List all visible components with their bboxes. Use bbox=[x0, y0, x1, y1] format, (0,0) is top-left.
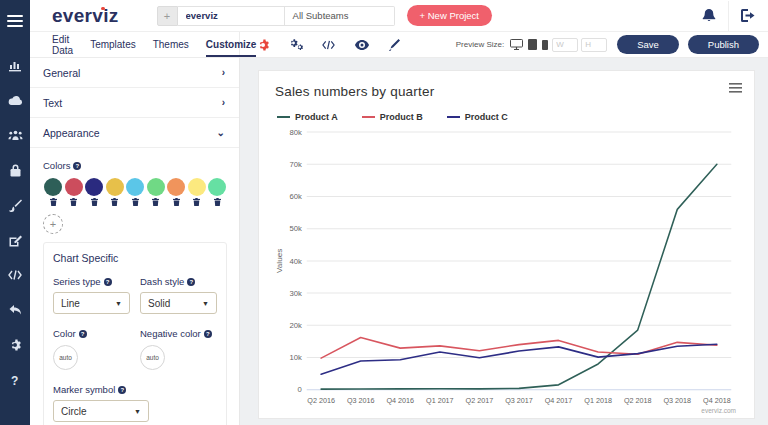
chart-settings-gear-icon[interactable] bbox=[246, 32, 279, 57]
chevron-right-icon: › bbox=[222, 67, 225, 78]
custom-code-icon[interactable] bbox=[312, 32, 345, 57]
legend-line-swatch bbox=[447, 116, 460, 118]
color-swatch[interactable] bbox=[207, 178, 228, 206]
edit-icon[interactable] bbox=[0, 227, 30, 253]
tablet-icon[interactable] bbox=[527, 39, 538, 50]
color-swatch[interactable] bbox=[187, 178, 208, 206]
help-icon[interactable]: ? bbox=[79, 330, 87, 338]
bell-icon[interactable] bbox=[690, 8, 728, 23]
legend-label: Product C bbox=[465, 112, 508, 122]
color-swatch[interactable] bbox=[125, 178, 146, 206]
negative-color-label: Negative color bbox=[140, 328, 201, 339]
legend-line-swatch bbox=[277, 116, 290, 118]
help-icon[interactable]: ? bbox=[73, 162, 81, 170]
legend-item[interactable]: Product B bbox=[362, 112, 423, 122]
dash-style-label: Dash style bbox=[140, 276, 184, 287]
code-icon[interactable] bbox=[0, 262, 30, 288]
sign-out-icon[interactable] bbox=[729, 9, 768, 22]
tab-templates[interactable]: Templates bbox=[90, 32, 136, 57]
color-swatch-circle[interactable] bbox=[208, 178, 226, 196]
color-swatch-circle[interactable] bbox=[126, 178, 144, 196]
chart-title: Sales numbers by quarter bbox=[275, 84, 738, 99]
marker-symbol-select[interactable]: Circle▼ bbox=[53, 400, 149, 422]
color-swatch[interactable] bbox=[166, 178, 187, 206]
new-project-button[interactable]: + New Project bbox=[407, 5, 492, 26]
legend-item[interactable]: Product A bbox=[277, 112, 338, 122]
help-icon[interactable]: ? bbox=[0, 367, 30, 393]
annotate-pen-icon[interactable] bbox=[378, 32, 411, 57]
trash-icon[interactable] bbox=[50, 198, 57, 206]
color-swatch[interactable] bbox=[105, 178, 126, 206]
series-type-select[interactable]: Line▼ bbox=[53, 292, 130, 314]
team-icon[interactable] bbox=[0, 122, 30, 148]
svg-text:80k: 80k bbox=[290, 128, 302, 137]
chevron-down-icon: ⌄ bbox=[217, 127, 225, 138]
publish-button[interactable]: Publish bbox=[688, 35, 759, 54]
color-swatch-circle[interactable] bbox=[167, 178, 185, 196]
save-button[interactable]: Save bbox=[617, 35, 679, 54]
color-swatch[interactable] bbox=[84, 178, 105, 206]
phone-icon[interactable] bbox=[541, 40, 549, 50]
section-text[interactable]: Text › bbox=[30, 88, 239, 118]
color-swatch-circle[interactable] bbox=[147, 178, 165, 196]
section-appearance[interactable]: Appearance ⌄ bbox=[30, 118, 239, 148]
chart-watermark: everviz.com bbox=[701, 407, 736, 414]
settings-icon[interactable] bbox=[0, 332, 30, 358]
editor-tabs: Edit Data Templates Themes Customize bbox=[30, 32, 240, 57]
menu-icon[interactable] bbox=[0, 8, 30, 34]
chart-plot[interactable]: 010k20k30k40k50k60k70k80kQ2 2016Q3 2016Q… bbox=[275, 124, 738, 414]
color-swatch[interactable] bbox=[43, 178, 64, 206]
help-icon[interactable]: ? bbox=[118, 386, 126, 394]
section-general[interactable]: General › bbox=[30, 58, 239, 88]
trash-icon[interactable] bbox=[70, 198, 77, 206]
preview-eye-icon[interactable] bbox=[345, 32, 378, 57]
help-icon[interactable]: ? bbox=[204, 330, 212, 338]
desktop-icon[interactable] bbox=[509, 39, 524, 50]
trash-icon[interactable] bbox=[214, 198, 221, 206]
trash-icon[interactable] bbox=[193, 198, 200, 206]
paintbrush-icon[interactable] bbox=[0, 192, 30, 218]
project-name-input[interactable] bbox=[178, 6, 285, 26]
tab-edit-data[interactable]: Edit Data bbox=[52, 32, 73, 57]
marker-symbol-label: Marker symbol bbox=[53, 384, 115, 395]
lock-icon[interactable] bbox=[0, 157, 30, 183]
color-auto-button[interactable]: auto bbox=[53, 345, 78, 370]
trash-icon[interactable] bbox=[152, 198, 159, 206]
subteam-select[interactable]: All Subteams bbox=[285, 6, 395, 26]
chart-context-menu-icon[interactable] bbox=[729, 83, 742, 93]
plus-icon[interactable]: + bbox=[157, 6, 178, 26]
color-swatch-circle[interactable] bbox=[106, 178, 124, 196]
advanced-gears-icon[interactable] bbox=[279, 32, 312, 57]
add-color-button[interactable]: + bbox=[43, 214, 63, 234]
undo-icon[interactable] bbox=[0, 297, 30, 323]
svg-text:50k: 50k bbox=[290, 224, 302, 233]
charts-icon[interactable] bbox=[0, 52, 30, 78]
help-icon[interactable]: ? bbox=[104, 278, 112, 286]
color-swatch-circle[interactable] bbox=[65, 178, 83, 196]
svg-text:70k: 70k bbox=[290, 160, 302, 169]
svg-text:30k: 30k bbox=[290, 289, 302, 298]
color-swatch[interactable] bbox=[64, 178, 85, 206]
color-swatch-circle[interactable] bbox=[188, 178, 206, 196]
marker-symbol-value: Circle bbox=[61, 406, 87, 417]
colors-label: Colors bbox=[43, 160, 70, 171]
tab-themes[interactable]: Themes bbox=[153, 32, 189, 57]
help-icon[interactable]: ? bbox=[187, 278, 195, 286]
series-type-value: Line bbox=[61, 298, 80, 309]
color-swatch-circle[interactable] bbox=[85, 178, 103, 196]
svg-text:Q3 2018: Q3 2018 bbox=[664, 396, 692, 405]
project-selector-group: + All Subteams bbox=[157, 6, 395, 26]
preview-width-input[interactable] bbox=[552, 38, 578, 52]
dash-style-select[interactable]: Solid▼ bbox=[140, 292, 217, 314]
trash-icon[interactable] bbox=[91, 198, 98, 206]
trash-icon[interactable] bbox=[132, 198, 139, 206]
trash-icon[interactable] bbox=[111, 198, 118, 206]
color-swatch[interactable] bbox=[146, 178, 167, 206]
trash-icon[interactable] bbox=[173, 198, 180, 206]
legend-item[interactable]: Product C bbox=[447, 112, 508, 122]
caret-down-icon: ▼ bbox=[202, 300, 209, 307]
preview-height-input[interactable] bbox=[581, 38, 607, 52]
cloud-icon[interactable] bbox=[0, 87, 30, 113]
negative-color-auto-button[interactable]: auto bbox=[140, 345, 165, 370]
color-swatch-circle[interactable] bbox=[44, 178, 62, 196]
